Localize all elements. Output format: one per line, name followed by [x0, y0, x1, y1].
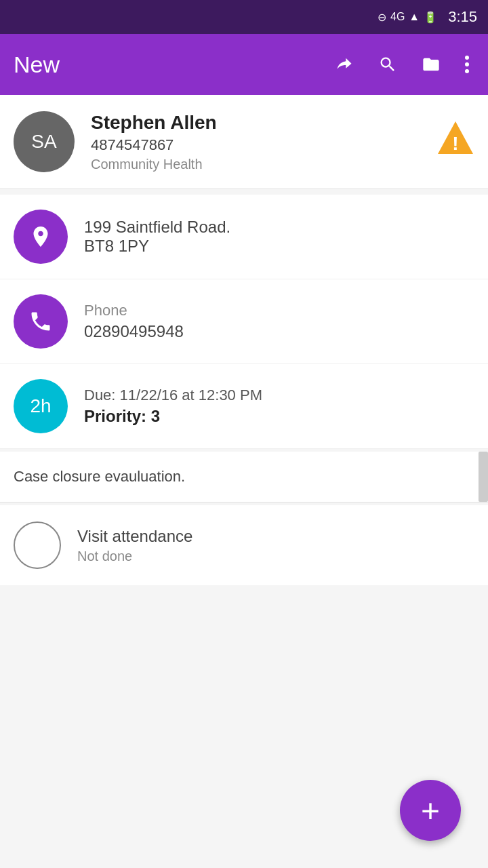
phone-value: 02890495948	[84, 322, 184, 341]
contact-section: SA Stephen Allen 4874547867 Community He…	[0, 95, 488, 189]
contact-phone-number: 4874547867	[91, 136, 474, 154]
page-title: New	[14, 52, 316, 78]
svg-point-2	[465, 69, 469, 73]
minus-icon: ⊖	[378, 11, 386, 24]
status-icons: ⊖ 4G ▲ 🔋 3:15	[378, 8, 477, 26]
scroll-indicator	[479, 452, 488, 502]
visit-info: Visit attendance Not done	[77, 527, 192, 564]
phone-content: Phone 02890495948	[84, 302, 184, 341]
visit-status: Not done	[77, 549, 192, 564]
schedule-icon-circle: 2h	[14, 379, 68, 433]
phone-label: Phone	[84, 302, 184, 319]
visit-section[interactable]: Visit attendance Not done	[0, 505, 488, 585]
address-row[interactable]: 199 Saintfield Road. BT8 1PY	[0, 195, 488, 279]
svg-point-0	[465, 56, 469, 60]
address-icon-circle	[14, 210, 68, 264]
battery-icon: 🔋	[424, 11, 437, 24]
description-section: Case closure evauluation.	[0, 452, 488, 502]
visit-checkbox[interactable]	[14, 521, 61, 569]
contact-name: Stephen Allen	[91, 112, 474, 134]
app-bar: New	[0, 34, 488, 95]
signal-icon: 4G	[390, 11, 405, 23]
schedule-content: Due: 11/22/16 at 12:30 PM Priority: 3	[84, 387, 262, 426]
address-line2: BT8 1PY	[84, 237, 230, 256]
add-button[interactable]: +	[400, 780, 461, 841]
address-line1: 199 Saintfield Road.	[84, 218, 230, 237]
priority: Priority: 3	[84, 407, 262, 426]
phone-row[interactable]: Phone 02890495948	[0, 279, 488, 364]
schedule-row: 2h Due: 11/22/16 at 12:30 PM Priority: 3	[0, 364, 488, 449]
description-text: Case closure evauluation.	[14, 468, 474, 486]
status-bar: ⊖ 4G ▲ 🔋 3:15	[0, 0, 488, 34]
phone-icon-circle	[14, 294, 68, 349]
visit-title: Visit attendance	[77, 527, 192, 546]
warning-icon: !	[436, 120, 474, 163]
more-button[interactable]	[460, 50, 474, 79]
status-time: 3:15	[448, 8, 477, 26]
contact-organization: Community Health	[91, 157, 474, 172]
schedule-time-label: 2h	[30, 395, 51, 417]
search-button[interactable]	[373, 50, 403, 79]
svg-text:!: !	[452, 133, 458, 154]
info-section: 199 Saintfield Road. BT8 1PY Phone 02890…	[0, 195, 488, 449]
share-button[interactable]	[329, 50, 359, 79]
svg-point-1	[465, 62, 469, 66]
avatar: SA	[14, 111, 75, 172]
address-content: 199 Saintfield Road. BT8 1PY	[84, 218, 230, 256]
contact-info: Stephen Allen 4874547867 Community Healt…	[91, 112, 474, 172]
network-icon: ▲	[409, 11, 420, 23]
due-date: Due: 11/22/16 at 12:30 PM	[84, 387, 262, 404]
folder-button[interactable]	[416, 50, 446, 79]
